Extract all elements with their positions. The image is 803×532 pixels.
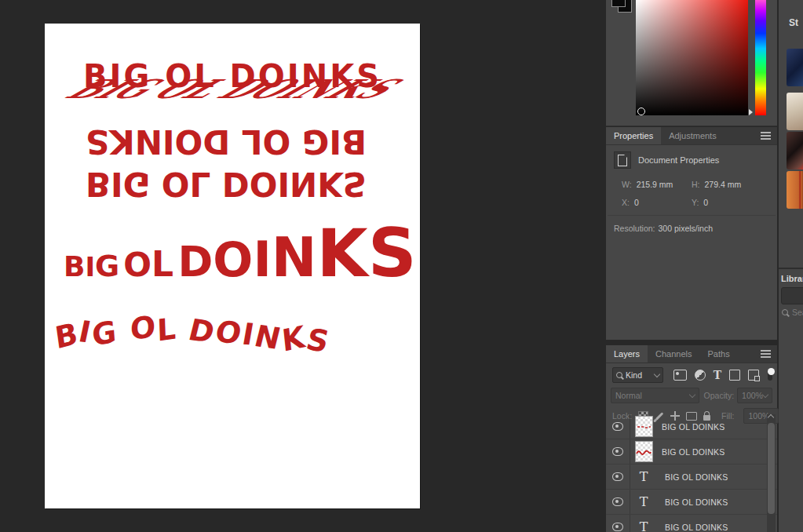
- text-art-flipped-vertical: BIG OL DOINKS: [45, 165, 407, 203]
- pixel-layer-thumbnail[interactable]: [635, 416, 653, 437]
- smart-object-filter-icon[interactable]: [748, 370, 759, 381]
- foreground-color-swatch[interactable]: [611, 0, 626, 7]
- eye-icon: [612, 523, 623, 531]
- panel-divider: [779, 268, 803, 269]
- visibility-toggle[interactable]: [606, 515, 630, 532]
- scrollbar-thumb[interactable]: [768, 423, 775, 514]
- layer-name[interactable]: BIG OL DOINKS: [665, 523, 728, 532]
- blend-mode-dropdown[interactable]: Normal: [611, 388, 699, 403]
- opacity-dropdown[interactable]: 100%: [737, 388, 772, 403]
- search-placeholder: Sea: [792, 308, 803, 317]
- properties-panel: Properties Adjustments Document Properti…: [606, 127, 777, 340]
- stock-panel-header: St: [789, 17, 798, 28]
- layer-name[interactable]: BIG OL DOINKS: [662, 447, 725, 457]
- height-field: H:279.4 mm: [692, 180, 761, 189]
- text-art-wavy: BIG OL DOINKS: [54, 312, 329, 347]
- layer-name[interactable]: BIG OL DOINKS: [665, 472, 728, 482]
- layer-row[interactable]: T BIG OL DOINKS: [606, 490, 777, 515]
- panel-menu-icon[interactable]: [761, 353, 771, 355]
- stock-thumbnail[interactable]: [787, 93, 803, 130]
- chevron-down-icon: [653, 370, 659, 377]
- chevron-down-icon: [688, 391, 695, 397]
- panel-menu-icon[interactable]: [761, 135, 771, 137]
- text-art-skewed-inner: BIG OL DOINKS: [54, 74, 411, 104]
- filter-toggle-icon[interactable]: [768, 370, 772, 381]
- tab-channels[interactable]: Channels: [648, 345, 699, 363]
- kind-filter-dropdown[interactable]: Kind: [612, 367, 663, 383]
- document-dimensions: W:215.9 mm H:279.4 mm X:0 Y:0: [608, 173, 776, 216]
- layer-name[interactable]: BIG OL DOINKS: [665, 497, 728, 507]
- eye-icon: [612, 422, 623, 431]
- adjustment-layer-filter-icon[interactable]: [695, 370, 706, 381]
- document-canvas[interactable]: BIG OL DOINKS BIG OL DOINKS BIG OL DOINK…: [45, 24, 420, 508]
- pixel-layer-filter-icon[interactable]: [673, 370, 687, 381]
- search-icon: [616, 372, 622, 378]
- scroll-up-icon[interactable]: [768, 414, 774, 421]
- tab-paths[interactable]: Paths: [700, 345, 738, 363]
- color-field[interactable]: [636, 0, 748, 115]
- layer-row[interactable]: T BIG OL DOINKS: [606, 515, 777, 532]
- text-art-rotated-180: BIG OL DOINKS: [45, 122, 407, 161]
- layers-tabbar: Layers Channels Paths: [606, 345, 777, 363]
- width-field: W:215.9 mm: [622, 180, 692, 189]
- y-field: Y:0: [692, 198, 761, 207]
- pixel-layer-thumbnail[interactable]: [635, 441, 653, 462]
- type-layer-filter-icon[interactable]: T: [714, 370, 721, 381]
- chevron-down-icon: [762, 391, 768, 397]
- tab-layers[interactable]: Layers: [606, 345, 648, 363]
- type-layer-icon[interactable]: T: [640, 471, 648, 483]
- eye-icon: [612, 497, 623, 506]
- layers-panel: Layers Channels Paths Kind T: [606, 345, 777, 532]
- panel-dock: Properties Adjustments Document Properti…: [606, 0, 777, 532]
- stock-thumbnail[interactable]: [787, 132, 803, 169]
- opacity-value: 100%: [742, 391, 763, 400]
- hue-slider-arrow-icon[interactable]: [749, 109, 753, 115]
- tab-properties[interactable]: Properties: [606, 127, 661, 144]
- tab-adjustments[interactable]: Adjustments: [661, 127, 725, 144]
- resolution-field: Resolution:300 pixels/inch: [606, 216, 777, 241]
- type-layer-icon[interactable]: T: [640, 496, 648, 508]
- layer-row[interactable]: BIG OL DOINKS: [606, 439, 777, 465]
- opacity-label: Opacity:: [704, 391, 735, 400]
- thumbnail-art: [636, 443, 652, 461]
- blend-mode-value: Normal: [615, 391, 642, 400]
- text-art-growing: BIG OL DOINKS: [64, 221, 417, 286]
- eye-icon: [612, 472, 623, 481]
- layer-name[interactable]: BIG OL DOINKS: [662, 422, 725, 432]
- layer-row[interactable]: BIG OL DOINKS: [606, 414, 777, 439]
- visibility-toggle[interactable]: [606, 439, 630, 464]
- eye-icon: [612, 447, 623, 456]
- side-rail: St Librarie Sea: [779, 0, 803, 532]
- libraries-search[interactable]: Sea: [782, 308, 803, 317]
- text-art-skewed: BIG OL DOINKS: [45, 74, 420, 104]
- stock-thumbnail[interactable]: [787, 171, 803, 209]
- shape-layer-filter-icon[interactable]: [729, 370, 740, 381]
- color-panel: [606, 0, 777, 126]
- search-icon: [782, 309, 788, 315]
- properties-tabbar: Properties Adjustments: [606, 127, 777, 145]
- type-layer-icon[interactable]: T: [640, 521, 648, 532]
- hue-slider[interactable]: [755, 0, 766, 115]
- visibility-toggle[interactable]: [606, 490, 630, 514]
- visibility-toggle[interactable]: [606, 465, 630, 489]
- libraries-panel-header: Librarie: [781, 274, 803, 283]
- layers-scrollbar[interactable]: [767, 414, 776, 532]
- document-icon: [614, 151, 631, 169]
- libraries-dropdown[interactable]: [781, 287, 803, 304]
- x-field: X:0: [622, 198, 692, 207]
- stock-thumbnail[interactable]: [787, 49, 803, 86]
- layer-filter-row: Kind T: [606, 363, 777, 384]
- kind-filter-label: Kind: [626, 370, 652, 380]
- visibility-toggle[interactable]: [606, 414, 630, 439]
- thumbnail-art: [636, 417, 652, 436]
- color-field-cursor[interactable]: [637, 107, 645, 115]
- document-properties-title: Document Properties: [638, 155, 719, 165]
- layer-row[interactable]: T BIG OL DOINKS: [606, 465, 777, 490]
- layer-list: BIG OL DOINKS BIG OL DOINKS T BIG OL DOI…: [606, 414, 777, 532]
- blend-row: Normal Opacity: 100%: [606, 384, 777, 405]
